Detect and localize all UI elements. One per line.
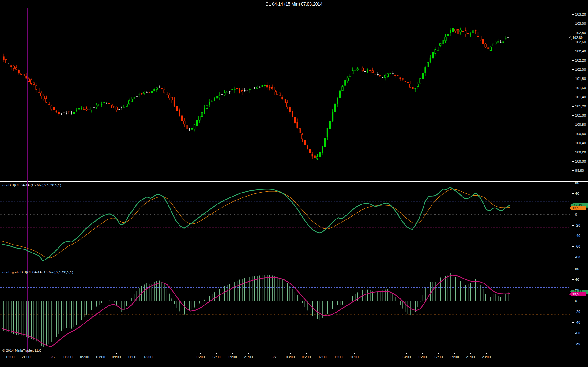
price-axis-label: 100,60 [575,132,586,136]
time-axis-label: 21:00 [244,355,253,359]
indicator-axis-label: 0 [575,299,577,303]
time-axis-label: 23:00 [482,355,491,359]
candlestick-panel[interactable] [0,8,572,181]
time-axis-label: 3/7 [272,355,277,359]
price-axis-label: 102,00 [575,68,586,71]
price-axis-label: 101,80 [575,77,586,81]
time-axis-label: 09:00 [334,355,343,359]
time-axis-label: 05:00 [302,355,311,359]
ergodic-indicator-label: anaErgodicDTI(CL 04-14 (15 Min),2,5,20,5… [2,270,73,274]
price-axis-label: 103,20 [575,13,586,16]
price-axis-label: 103,00 [575,22,586,25]
price-axis-label: 101,60 [575,86,586,90]
time-axis-label: 13:00 [402,355,411,359]
time-axis-label: 21:00 [466,355,475,359]
indicator-axis-label: 0 [575,213,577,216]
indicator-axis-label: -80 [575,342,580,346]
time-axis-label: 21:00 [22,355,31,359]
time-axis-label: 15:00 [418,355,427,359]
last-price-marker-value: 102,69 [569,36,585,40]
indicator-axis-label: 60 [575,181,579,185]
time-axis-label: 17:00 [212,355,221,359]
indicator-axis-label: -60 [575,245,580,248]
price-axis-label: 102,60 [575,40,586,44]
indicator-axis-label: 40 [575,192,579,195]
time-axis-label: 19:00 [228,355,237,359]
time-axis-label: 17:00 [434,355,443,359]
price-axis-label: 99,80 [575,169,584,172]
time-axis-label: 13:00 [144,355,153,359]
indicator-axis-label: 40 [575,278,579,281]
dti-panel[interactable] [0,181,572,268]
time-axis-label: 09:00 [112,355,121,359]
indicator-axis-label: -40 [575,321,580,324]
indicator-axis-label: -80 [575,256,580,259]
time-axis-label: 15:00 [196,355,205,359]
price-axis-label: 101,00 [575,114,586,117]
time-axis-label: 19:00 [6,355,15,359]
time-axis-label: 07:00 [96,355,105,359]
price-axis-label: 101,40 [575,95,586,99]
time-axis-label: 19:00 [450,355,459,359]
indicator-axis-label: -40 [575,234,580,238]
ergodic-line-marker: 13,5 [569,292,586,296]
ergodic-panel[interactable] [0,268,572,353]
time-axis-label: 3/6 [50,355,55,359]
indicator-axis-label: -60 [575,331,580,335]
price-axis-label: 101,20 [575,105,586,108]
time-axis-label: 03:00 [64,355,73,359]
time-axis-label: 05:00 [80,355,89,359]
price-axis-label: 102,40 [575,50,586,53]
price-axis-label: 102,20 [575,59,586,62]
indicator-axis-label: -20 [575,224,580,227]
price-axis-label: 100,40 [575,141,586,145]
chart-title: CL 04-14 (15 Min) 07.03.2014 [0,0,588,8]
dti-signal-marker: 13,5 [569,206,586,210]
price-axis-label: 100,20 [575,151,586,154]
dti-indicator-label: anaDTI(CL 04-14 (15 Min),2,5,20,5,1) [2,183,61,187]
last-price-marker: 102,69 [569,36,585,40]
indicator-axis-label: -20 [575,310,580,313]
time-axis-label: 03:00 [286,355,295,359]
time-axis-label: 11:00 [128,355,136,359]
price-axis-label: 102,80 [575,31,586,35]
price-axis-label: 100,80 [575,123,586,126]
price-axis-label: 100,00 [575,160,586,163]
copyright-text: © 2014 NinjaTrader, LLC [2,349,41,352]
time-axis-line [0,353,588,353]
time-axis-label: 11:00 [350,355,359,359]
ninjatrader-chart-window: CL 04-14 (15 Min) 07.03.2014 anaDTI(CL 0… [0,0,588,367]
time-axis-label: 07:00 [318,355,327,359]
indicator-axis-label: 60 [575,267,579,271]
